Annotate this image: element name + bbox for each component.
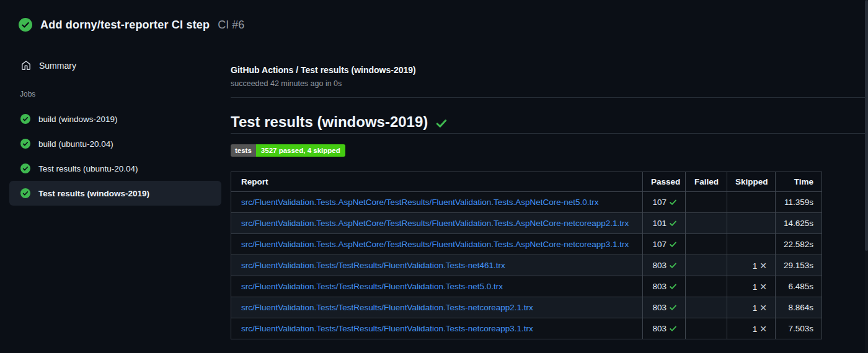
scrollbar-thumb[interactable] — [865, 0, 868, 251]
time-value: 6.485s — [788, 282, 813, 291]
run-number: CI #6 — [218, 19, 244, 32]
badge-label: tests — [231, 144, 256, 157]
job-label: Test results (ubuntu-20.04) — [38, 164, 138, 173]
time-value: 14.625s — [784, 219, 813, 228]
passed-count: 107 — [652, 240, 666, 249]
table-header-row: Report Passed Failed Skipped Time — [231, 172, 822, 192]
sidebar-item-job-build-windows-2019[interactable]: build (windows-2019) — [9, 107, 221, 131]
report-link[interactable]: src/FluentValidation.Tests/TestResults/F… — [241, 303, 533, 312]
check-circle-icon — [19, 18, 32, 32]
report-link[interactable]: src/FluentValidation.Tests/TestResults/F… — [241, 282, 503, 291]
time-value: 8.864s — [788, 303, 813, 312]
skip-x-icon: ✕ — [760, 261, 767, 271]
failed-count — [686, 192, 727, 213]
failed-count — [686, 318, 727, 339]
failed-count — [686, 255, 727, 276]
passed-count: 803 — [652, 303, 666, 312]
report-link[interactable]: src/FluentValidation.Tests.AspNetCore/Te… — [241, 219, 629, 228]
table-row: src/FluentValidation.Tests.AspNetCore/Te… — [231, 192, 822, 213]
main-panel: GitHub Actions / Test results (windows-2… — [231, 50, 868, 339]
pass-check-icon — [669, 261, 677, 269]
page-title: Add dorny/test-reporter CI step — [40, 19, 210, 32]
time-value: 11.359s — [784, 198, 813, 207]
skipped-count — [727, 234, 776, 255]
failed-count — [686, 276, 727, 297]
skipped-count — [727, 192, 776, 213]
column-header-passed: Passed — [643, 172, 686, 192]
report-link[interactable]: src/FluentValidation.Tests.AspNetCore/Te… — [241, 198, 599, 207]
test-results-table: Report Passed Failed Skipped Time src/Fl… — [231, 172, 822, 339]
jobs-section-label: Jobs — [20, 89, 231, 99]
section-title: Test results (windows-2019) — [231, 114, 428, 130]
success-check-icon — [435, 117, 448, 129]
column-header-report: Report — [231, 172, 643, 192]
skipped-count: 1 — [753, 282, 758, 292]
skipped-count — [727, 213, 776, 234]
passed-count: 803 — [652, 261, 666, 270]
skip-x-icon: ✕ — [760, 324, 767, 334]
skip-x-icon: ✕ — [760, 303, 767, 313]
failed-count — [686, 234, 727, 255]
column-header-time: Time — [776, 172, 822, 192]
skipped-count: 1 — [753, 303, 758, 313]
table-row: src/FluentValidation.Tests/TestResults/F… — [231, 318, 822, 339]
check-circle-icon — [20, 188, 30, 198]
pass-check-icon — [669, 219, 677, 227]
skipped-count: 1 — [753, 325, 758, 334]
job-label: Test results (windows-2019) — [38, 189, 149, 198]
time-value: 29.153s — [784, 261, 813, 270]
column-header-failed: Failed — [686, 172, 727, 192]
check-circle-icon — [20, 114, 30, 124]
scrollbar-track[interactable] — [865, 0, 868, 353]
home-icon — [21, 61, 31, 71]
pass-check-icon — [669, 303, 677, 312]
sidebar-item-job-build-ubuntu-2004[interactable]: build (ubuntu-20.04) — [9, 131, 221, 156]
failed-count — [686, 213, 727, 234]
pass-check-icon — [669, 325, 677, 333]
tests-badge: tests 3527 passed, 4 skipped — [231, 144, 345, 157]
time-value: 22.582s — [784, 240, 813, 249]
pass-check-icon — [669, 198, 677, 206]
failed-count — [686, 297, 727, 318]
run-title: GitHub Actions / Test results (windows-2… — [231, 64, 868, 76]
column-header-skipped: Skipped — [727, 172, 776, 192]
skipped-count: 1 — [753, 261, 758, 271]
pass-check-icon — [669, 282, 677, 290]
job-label: build (windows-2019) — [38, 115, 118, 124]
table-row: src/FluentValidation.Tests/TestResults/F… — [231, 297, 822, 318]
report-link[interactable]: src/FluentValidation.Tests.AspNetCore/Te… — [241, 240, 629, 249]
table-row: src/FluentValidation.Tests.AspNetCore/Te… — [231, 213, 822, 234]
section-heading: Test results (windows-2019) — [231, 114, 868, 134]
passed-count: 107 — [652, 198, 666, 207]
pass-check-icon — [669, 240, 677, 248]
check-circle-icon — [20, 163, 30, 173]
check-circle-icon — [20, 139, 30, 149]
sidebar: Summary Jobs build (windows-2019) build … — [0, 50, 231, 206]
sidebar-item-summary[interactable]: Summary — [9, 56, 221, 76]
badge-value: 3527 passed, 4 skipped — [256, 144, 345, 157]
run-status-text: succeeded 42 minutes ago in 0s — [231, 79, 868, 89]
table-row: src/FluentValidation.Tests.AspNetCore/Te… — [231, 234, 822, 255]
table-row: src/FluentValidation.Tests/TestResults/F… — [231, 276, 822, 297]
time-value: 7.503s — [788, 324, 813, 333]
skip-x-icon: ✕ — [760, 282, 767, 292]
sidebar-item-job-test-results-ubuntu-2004[interactable]: Test results (ubuntu-20.04) — [9, 156, 221, 181]
passed-count: 101 — [652, 219, 666, 228]
passed-count: 803 — [652, 324, 666, 333]
divider — [231, 97, 868, 98]
workflow-run-header: Add dorny/test-reporter CI step CI #6 — [0, 0, 868, 50]
report-link[interactable]: src/FluentValidation.Tests/TestResults/F… — [241, 324, 533, 333]
job-label: build (ubuntu-20.04) — [38, 139, 113, 149]
report-link[interactable]: src/FluentValidation.Tests/TestResults/F… — [241, 261, 505, 270]
table-row: src/FluentValidation.Tests/TestResults/F… — [231, 255, 822, 276]
passed-count: 803 — [652, 282, 666, 291]
sidebar-item-job-test-results-windows-2019[interactable]: Test results (windows-2019) — [9, 181, 221, 206]
sidebar-summary-label: Summary — [39, 61, 76, 71]
